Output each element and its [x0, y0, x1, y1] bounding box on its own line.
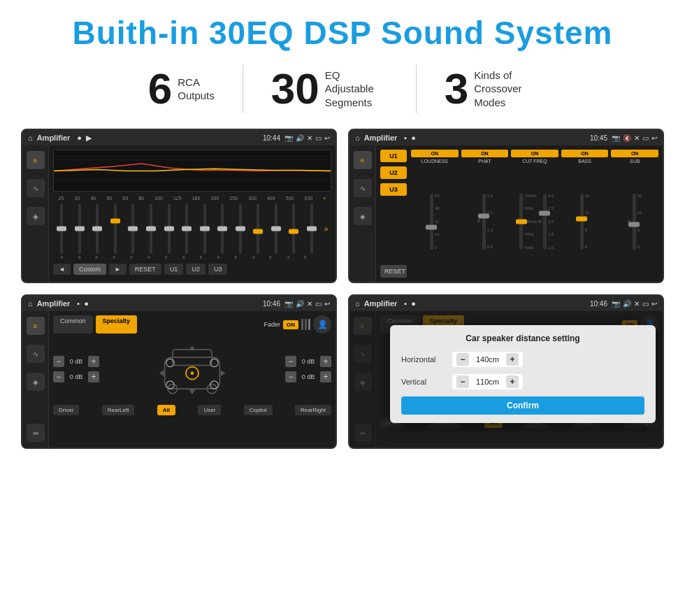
fader-copilot-btn[interactable]: Copilot [244, 405, 273, 415]
eq-val-0: 0 [56, 255, 67, 259]
fader-plus-1[interactable]: + [88, 356, 99, 367]
eq-slider-12[interactable] [271, 203, 282, 254]
eq-next-btn[interactable]: ► [109, 264, 127, 275]
channel-cutfreq: ON CUT FREQ F 100Hz 90Hz 80KHz [511, 150, 558, 278]
eq-slider-8[interactable] [199, 203, 210, 254]
eq-slider-13[interactable] [288, 203, 299, 254]
fader-plus-4[interactable]: + [320, 371, 331, 382]
home-icon-4: ⌂ [355, 299, 360, 308]
sidebar-speaker-btn-2[interactable]: ◈ [354, 207, 372, 225]
eq-slider-9[interactable] [217, 203, 228, 254]
freq-200: 200 [211, 196, 219, 201]
screen-body-2: ≡ ∿ ◈ U1 U2 U3 RESET [349, 145, 663, 282]
eq-slider-2[interactable] [92, 203, 103, 254]
fader-all-btn[interactable]: All [157, 405, 175, 415]
dialog-vertical-value: 110cm [472, 378, 503, 386]
fader-plus-3[interactable]: + [320, 356, 331, 367]
channel-bass-label: BASS [578, 159, 591, 164]
sidebar-wave-btn[interactable]: ∿ [27, 179, 45, 197]
eq-slider-7[interactable] [181, 203, 192, 254]
eq-slider-3[interactable] [110, 203, 121, 254]
sidebar-wave-btn-2[interactable]: ∿ [354, 179, 372, 197]
crossover-reset-btn[interactable]: RESET [380, 265, 407, 278]
channel-loudness-toggle[interactable]: ON [411, 150, 459, 157]
preset-u1[interactable]: U1 [380, 150, 407, 162]
dot-icon-3: ● [84, 299, 89, 308]
fader-settings-icon[interactable]: 👤 [313, 315, 331, 334]
close-icon-4: ✕ [634, 300, 640, 308]
fader-tab-common[interactable]: Common [53, 315, 93, 334]
channel-loudness: ON LOUDNESS 64 48 32 16 [411, 150, 459, 278]
ch-scale-1: 64 48 32 16 0 [435, 194, 440, 250]
dialog-vertical-minus[interactable]: − [456, 375, 469, 388]
eq-u3-btn[interactable]: U3 [208, 264, 228, 275]
sidebar-eq-btn-2[interactable]: ≡ [354, 151, 372, 169]
status-icons-right-3: 📷 🔊 ✕ ▭ ↩ [284, 300, 330, 308]
eq-slider-1[interactable] [74, 203, 85, 254]
fader-minus-4[interactable]: − [285, 371, 296, 382]
home-icon-3: ⌂ [28, 299, 33, 308]
fader-rearleft-btn[interactable]: RearLeft [102, 405, 135, 415]
eq-slider-11[interactable] [252, 203, 264, 254]
sidebar-speaker-btn[interactable]: ◈ [27, 207, 45, 225]
dialog-horizontal-minus[interactable]: − [456, 353, 469, 366]
fader-driver-btn[interactable]: Driver [53, 405, 79, 415]
stat-rca: 6 RCAOutputs [120, 67, 243, 110]
preset-u2[interactable]: U2 [380, 166, 407, 179]
svg-marker-15 [189, 389, 196, 394]
sidebar-eq-btn-3[interactable]: ≡ [27, 317, 45, 335]
eq-prev-btn[interactable]: ◄ [53, 264, 71, 275]
app-name-2: Amplifier [364, 134, 398, 142]
fader-on-toggle[interactable]: ON [283, 320, 298, 329]
back-icon-4: ↩ [651, 300, 657, 308]
freq-125: 125 [173, 196, 182, 201]
volume-icon-1: 🔊 [296, 134, 304, 142]
fader-user-btn[interactable]: User [198, 405, 221, 415]
fader-tab-specialty[interactable]: Specialty [96, 315, 138, 334]
fader-minus-3[interactable]: − [285, 356, 296, 367]
fader-db-row-2: − 0 dB + [53, 371, 99, 382]
volume-icon-2: 🔇 [623, 134, 631, 142]
fader-diagram-area: − 0 dB + − 0 dB + [53, 338, 331, 401]
eq-val-9: 0 [212, 255, 224, 259]
eq-u1-btn[interactable]: U1 [164, 264, 184, 275]
eq-custom-btn[interactable]: Custom [73, 264, 106, 275]
eq-slider-10[interactable] [235, 203, 246, 254]
more-arrow[interactable]: » [324, 224, 328, 233]
eq-graph-svg [54, 150, 331, 191]
status-bar-3: ⌂ Amplifier ▪ ● 10:46 📷 🔊 ✕ ▭ ↩ [22, 296, 336, 311]
eq-value-labels: 0 0 0 5 0 0 0 0 0 0 0 -1 0 [53, 254, 331, 261]
channel-bass-toggle[interactable]: ON [561, 150, 609, 157]
sidebar-arrows-btn-3[interactable]: ⇔ [27, 424, 45, 442]
eq-u2-btn[interactable]: U2 [186, 264, 206, 275]
close-icon-3: ✕ [307, 300, 312, 308]
screen-body-4: ≡ ∿ ◈ ⇔ Common Specialty ON 👤 [349, 311, 663, 447]
dialog-horizontal-plus[interactable]: + [506, 353, 519, 366]
rect-icon-4: ▭ [642, 300, 649, 308]
eq-slider-14[interactable] [306, 203, 317, 254]
distance-dialog: Car speaker distance setting Horizontal … [390, 325, 656, 423]
dialog-horizontal-stepper: − 140cm + [452, 352, 523, 367]
channel-phat-toggle[interactable]: ON [461, 150, 509, 157]
channel-cutfreq-toggle[interactable]: ON [511, 150, 558, 157]
ch-cfscale2: 3.0 2.5 2.0 1.5 1.0 [548, 194, 554, 250]
eq-val-11: -1 [247, 255, 259, 259]
fader-minus-2[interactable]: − [53, 371, 64, 382]
eq-slider-6[interactable] [164, 203, 175, 254]
grid-icon-3: ▪ [77, 299, 80, 308]
preset-u3[interactable]: U3 [380, 183, 407, 196]
eq-reset-btn[interactable]: RESET [129, 264, 161, 275]
dialog-vertical-plus[interactable]: + [506, 375, 519, 388]
freq-630: 630 [305, 196, 313, 201]
eq-slider-5[interactable] [145, 203, 157, 254]
eq-slider-4[interactable] [127, 203, 138, 254]
dialog-confirm-button[interactable]: Confirm [401, 396, 644, 415]
sidebar-fader-btn-3[interactable]: ◈ [27, 373, 45, 391]
eq-slider-0[interactable] [56, 203, 67, 254]
sidebar-eq-btn[interactable]: ≡ [27, 151, 45, 169]
fader-plus-2[interactable]: + [88, 371, 99, 382]
channel-sub-toggle[interactable]: ON [611, 150, 658, 157]
fader-minus-1[interactable]: − [53, 356, 64, 367]
fader-rearright-btn[interactable]: RearRight [295, 405, 331, 415]
sidebar-wave-btn-3[interactable]: ∿ [27, 345, 45, 363]
